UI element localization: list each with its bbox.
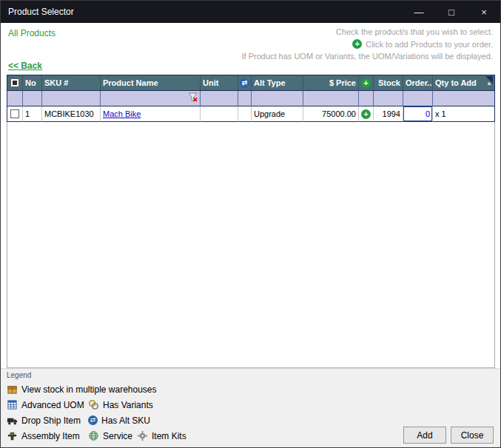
filter-stock[interactable] <box>374 91 403 106</box>
clear-filter-icon[interactable] <box>188 92 198 105</box>
close-dialog-button[interactable]: Close <box>451 427 494 444</box>
item-kits-gear-icon <box>137 430 148 441</box>
header-alt-sku-icon-col[interactable]: ⇄ <box>238 75 252 91</box>
help-text-uom: If Product has UOM or Variants, the UOM/… <box>241 52 493 61</box>
row-no: 1 <box>23 106 42 122</box>
row-price: 75000.00 <box>303 106 359 122</box>
row-qty-multiplier: x 1 <box>433 106 494 122</box>
legend-item-service: Service <box>88 430 137 441</box>
row-alt-sku-col <box>238 106 252 122</box>
back-link[interactable]: << Back <box>8 61 42 71</box>
header-order[interactable]: Order... <box>403 75 433 91</box>
legend-row-1: View stock in multiple warehouses <box>7 384 157 395</box>
legend-item-has-alt-sku: ⇄ Has Alt SKU <box>88 415 150 426</box>
legend-item-has-variants: Has Variants <box>88 399 153 410</box>
legend-row-3: Drop Ship Item ⇄ Has Alt SKU <box>7 415 150 426</box>
add-plus-icon: + <box>352 39 362 49</box>
legend-panel: Legend View stock in multiple warehouses <box>1 368 501 448</box>
legend-item-item-kits: Item Kits <box>137 430 186 441</box>
row-checkbox-cell[interactable] <box>7 106 23 122</box>
header-alt-type[interactable]: Alt Type <box>252 75 303 91</box>
filter-product-name[interactable] <box>101 91 201 106</box>
filter-no[interactable] <box>23 91 42 106</box>
header-no[interactable]: No <box>23 75 42 91</box>
legend-item-assembly: Assembly Item <box>7 430 88 441</box>
filter-order[interactable] <box>403 91 433 106</box>
filter-sku[interactable] <box>42 91 101 106</box>
has-variants-icon <box>88 399 99 410</box>
row-alt-type: Upgrade <box>252 106 303 122</box>
legend-item-warehouse: View stock in multiple warehouses <box>7 384 157 395</box>
legend-title: Legend <box>7 371 31 379</box>
row-order-qty-input[interactable]: 0 <box>403 106 433 122</box>
header-add-col[interactable]: + <box>359 75 374 91</box>
product-name-link[interactable]: Mach Bike <box>103 109 141 118</box>
column-menu-button[interactable] <box>485 76 493 84</box>
service-globe-icon <box>88 430 99 441</box>
legend-row-2: Advanced UOM Has Variants <box>7 399 153 410</box>
row-stock: 1994 <box>374 106 403 122</box>
header-price[interactable]: $ Price <box>303 75 359 91</box>
legend-item-advanced-uom: Advanced UOM <box>7 399 88 410</box>
help-text-select: Check the product/s that you wish to sel… <box>336 27 493 36</box>
filter-qty[interactable] <box>433 91 494 106</box>
window-title: Product Selector <box>1 7 74 17</box>
header-unit[interactable]: Unit <box>201 75 238 91</box>
window-controls: — □ × <box>403 1 500 23</box>
legend-item-drop-ship: Drop Ship Item <box>7 415 88 426</box>
row-add-plus-icon[interactable]: + <box>361 109 371 119</box>
filter-alt-type[interactable] <box>252 91 303 106</box>
filter-price[interactable] <box>303 91 359 106</box>
filter-alt-sku-col[interactable] <box>238 91 252 106</box>
help-text-add: + Click to add Products to your order. <box>352 39 493 49</box>
header-sku[interactable]: SKU # <box>42 75 101 91</box>
product-table: No SKU # Product Name Unit ⇄ Alt Type $ … <box>7 75 495 123</box>
row-unit <box>201 106 238 122</box>
header-product-name[interactable]: Product Name <box>101 75 201 91</box>
assembly-item-icon <box>7 430 18 441</box>
maximize-button[interactable]: □ <box>435 1 468 23</box>
all-products-link[interactable]: All Products <box>8 28 56 38</box>
advanced-uom-icon <box>7 399 18 410</box>
filter-unit[interactable] <box>201 91 238 106</box>
minimize-button[interactable]: — <box>403 1 435 23</box>
row-sku: MCBIKE1030 <box>42 106 101 122</box>
header-stock[interactable]: Stock <box>374 75 403 91</box>
select-all-checkbox[interactable] <box>7 75 23 91</box>
filter-checkbox-col[interactable] <box>7 91 23 106</box>
warehouse-box-icon <box>7 384 18 395</box>
product-selector-window: Product Selector — □ × All Products Chec… <box>0 0 501 448</box>
filter-add-col[interactable] <box>359 91 374 106</box>
row-product-name: Mach Bike <box>101 106 201 122</box>
alt-sku-icon: ⇄ <box>240 78 249 88</box>
select-all-checkbox-box[interactable] <box>10 78 19 87</box>
add-button[interactable]: Add <box>403 427 446 444</box>
legend-row-4: Assembly Item Service <box>7 430 186 441</box>
titlebar: Product Selector — □ × <box>1 1 500 23</box>
row-checkbox[interactable] <box>10 109 19 118</box>
has-alt-sku-icon: ⇄ <box>88 415 98 425</box>
table-empty-area <box>7 122 495 368</box>
row-add-cell[interactable]: + <box>359 106 374 122</box>
close-button[interactable]: × <box>468 1 500 23</box>
drop-ship-icon <box>7 415 18 426</box>
add-column-plus-icon: + <box>361 78 371 88</box>
